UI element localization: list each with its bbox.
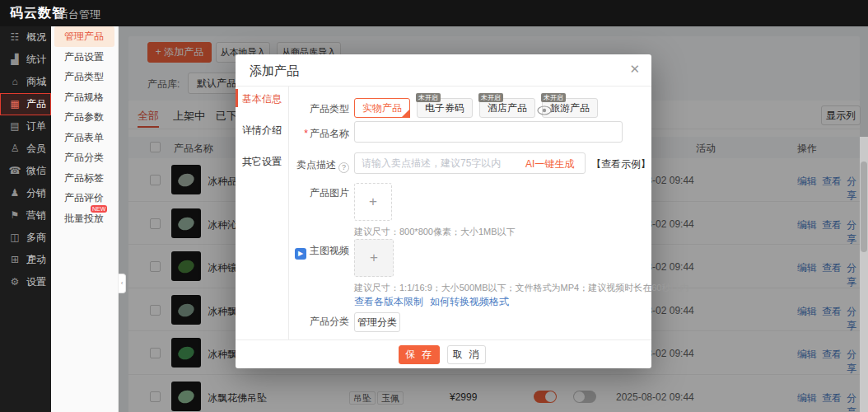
- video-icon: ▶: [295, 248, 306, 260]
- product-category-label: 产品分类: [236, 315, 349, 329]
- sidebar-collapse-handle[interactable]: ‹: [119, 274, 126, 293]
- interaction-icon: ⊞: [8, 249, 21, 271]
- topbar: 码云数智 后台管理: [0, 0, 868, 26]
- new-badge: NEW: [91, 205, 107, 213]
- submenu-item[interactable]: 产品设置: [54, 47, 114, 68]
- close-icon[interactable]: ✕: [629, 62, 640, 77]
- sidebar-item-marketing[interactable]: ⚑营销HOT: [0, 204, 51, 227]
- type-option-0[interactable]: 实物产品: [354, 98, 410, 118]
- sidebar-item-overview[interactable]: ☷概况: [0, 26, 51, 49]
- type-option-2[interactable]: 酒店产品未开启: [479, 98, 535, 118]
- plus-icon: +: [355, 250, 393, 266]
- sidebar-item-members[interactable]: ♙会员: [0, 138, 51, 160]
- wechat-icon: ☎: [8, 160, 21, 182]
- submenu-item[interactable]: 产品表单: [54, 128, 114, 148]
- submenu-item[interactable]: 产品标签: [54, 168, 114, 189]
- plus-icon: +: [355, 194, 391, 210]
- product-type-options: 实物产品电子券码未开启酒店产品未开启旅游产品未开启: [354, 91, 604, 120]
- scrollbar-thumb[interactable]: [861, 162, 867, 252]
- video-size-hint: 建议尺寸：1:1/16:9；大小500MB以下；文件格式为MP4；建议视频时长在…: [354, 282, 688, 294]
- version-limit-link[interactable]: 查看各版本限制: [354, 295, 423, 309]
- sidebar-item-settings[interactable]: ⚙设置: [0, 271, 51, 293]
- sidebar-item-label: 分销: [26, 182, 46, 204]
- modal-title: 添加产品: [250, 63, 299, 79]
- image-upload-box[interactable]: +: [354, 183, 392, 221]
- required-asterisk: *: [304, 128, 308, 139]
- not-enabled-badge: 未开启: [478, 93, 503, 102]
- eye-icon[interactable]: [537, 105, 552, 115]
- submenu-item[interactable]: 产品类型: [54, 67, 114, 87]
- sidebar-item-label: 营销HOT: [26, 204, 46, 227]
- image-size-hint: 建议尺寸：800*800像素；大小1MB以下: [354, 226, 516, 238]
- product-type-label: 产品类型: [236, 102, 349, 116]
- multi-merchant-icon: ◫: [8, 227, 21, 249]
- page-title: 后台管理: [58, 7, 100, 22]
- submenu-item[interactable]: 产品分类: [54, 147, 114, 168]
- not-enabled-badge: 未开启: [541, 93, 566, 102]
- modal-footer-divider: [236, 339, 651, 340]
- video-upload-box[interactable]: +: [354, 239, 394, 277]
- submenu-item[interactable]: 管理产品: [54, 26, 114, 47]
- sidebar-item-orders[interactable]: ▤订单: [0, 115, 51, 138]
- product-name-input[interactable]: [354, 121, 623, 143]
- mall-icon: ⌂: [8, 71, 21, 93]
- product-image-label: 产品图片: [236, 186, 349, 200]
- selling-point-label: 卖点描述?: [236, 158, 349, 173]
- members-icon: ♙: [8, 138, 21, 160]
- not-enabled-badge: 未开启: [416, 93, 441, 102]
- manage-category-button[interactable]: 管理分类: [354, 312, 400, 332]
- sidebar-item-label: 微信: [26, 160, 46, 182]
- modal-tabs-divider: [288, 87, 289, 339]
- product-icon: ▦: [8, 93, 21, 115]
- add-product-modal: 添加产品 ✕ 基本信息详情介绍其它设置 产品类型 实物产品电子券码未开启酒店产品…: [236, 54, 651, 368]
- product-submenu: 管理产品产品设置产品类型产品规格产品参数产品表单产品分类产品标签产品评价批量投放…: [51, 26, 119, 412]
- sidebar-item-statistics[interactable]: ▟统计: [0, 49, 51, 71]
- modal-header-divider: [236, 86, 651, 87]
- orders-icon: ▤: [8, 115, 21, 138]
- submenu-item[interactable]: 产品规格: [54, 87, 114, 108]
- convert-format-link[interactable]: 如何转换视频格式: [430, 295, 509, 309]
- sidebar-item-wechat[interactable]: ☎微信: [0, 160, 51, 182]
- save-button[interactable]: 保 存: [399, 345, 440, 364]
- product-name-label: *产品名称: [236, 127, 349, 141]
- cancel-button[interactable]: 取 消: [447, 345, 486, 364]
- help-icon[interactable]: ?: [338, 162, 349, 173]
- type-option-1[interactable]: 电子券码未开启: [417, 98, 473, 118]
- ai-generate-link[interactable]: AI一键生成: [525, 157, 574, 171]
- sidebar-item-label: 互动: [26, 249, 46, 271]
- sidebar-item-product[interactable]: ▦产品: [0, 93, 51, 115]
- sidebar-item-label: 订单: [26, 115, 46, 138]
- main-sidebar: ☷概况▟统计⌂商城▦产品▤订单♙会员☎微信♟分销⚑营销HOT◫多商户⊞互动⚙设置: [0, 26, 51, 412]
- main-video-label: ▶主图视频: [236, 244, 349, 260]
- submenu-item[interactable]: 批量投放NEW: [54, 208, 114, 229]
- sidebar-item-label: 商城: [26, 71, 46, 93]
- view-example-link[interactable]: 【查看示例】: [591, 157, 651, 171]
- app-window: 码云数智 后台管理 ☷概况▟统计⌂商城▦产品▤订单♙会员☎微信♟分销⚑营销HOT…: [0, 0, 868, 412]
- scrollbar-track[interactable]: [860, 137, 868, 412]
- overview-icon: ☷: [8, 26, 21, 49]
- settings-icon: ⚙: [8, 271, 21, 293]
- submenu-item[interactable]: 产品参数: [54, 107, 114, 128]
- marketing-icon: ⚑: [8, 204, 21, 227]
- statistics-icon: ▟: [8, 49, 21, 71]
- sidebar-item-mall[interactable]: ⌂商城: [0, 71, 51, 93]
- sidebar-item-distribution[interactable]: ♟分销: [0, 182, 51, 204]
- sidebar-item-label: 会员: [26, 138, 46, 160]
- sidebar-item-label: 统计: [26, 49, 46, 71]
- sidebar-item-label: 设置: [26, 271, 46, 293]
- sidebar-item-label: 概况: [26, 26, 46, 49]
- sidebar-item-interaction[interactable]: ⊞互动: [0, 249, 51, 271]
- sidebar-item-multi-merchant[interactable]: ◫多商户: [0, 227, 51, 249]
- sidebar-item-label: 产品: [26, 93, 46, 115]
- distribution-icon: ♟: [8, 182, 21, 204]
